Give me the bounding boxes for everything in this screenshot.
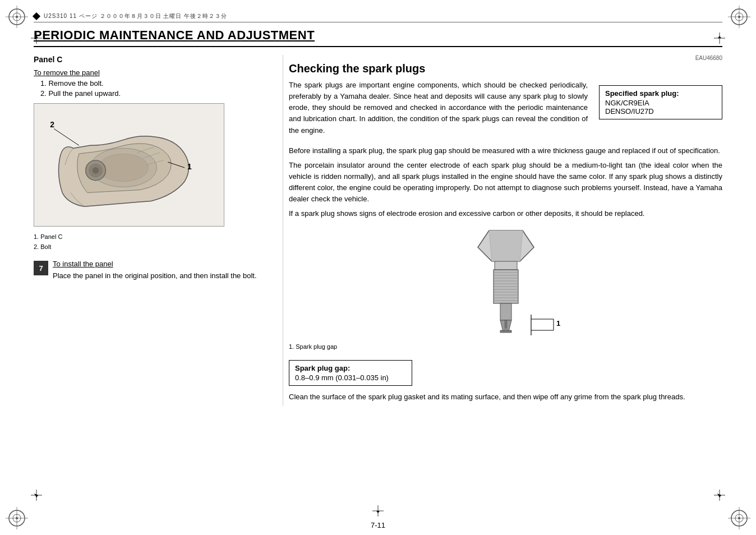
step-7-content: To install the panel Place the panel in …: [53, 260, 269, 285]
corner-mark-tl: [6, 6, 28, 28]
svg-point-34: [99, 154, 149, 182]
specified-box-line2: DENSO/IU27D: [605, 107, 716, 116]
svg-rect-64: [500, 330, 511, 333]
specified-box-line1: NGK/CR9EIA: [605, 99, 716, 107]
spark-section-title: Checking the spark plugs: [289, 62, 722, 75]
svg-text:1: 1: [187, 162, 192, 171]
left-column: Panel C To remove the panel 1. Remove th…: [34, 55, 269, 285]
svg-rect-65: [505, 328, 507, 330]
remove-step-1: 1. Remove the bolt.: [40, 79, 269, 87]
eau-code: EAU46680: [289, 55, 722, 61]
gap-box-value: 0.8–0.9 mm (0.031–0.035 in): [295, 373, 406, 382]
diagram-caption-2: 2. Bolt: [34, 242, 269, 252]
header-bar: U2S310 11 ページ ２０００年８月３０日 土曜日 午後２時２３分: [34, 12, 722, 22]
svg-point-37: [93, 167, 99, 174]
gap-box-title: Spark plug gap:: [295, 364, 406, 372]
right-column: EAU46680 Checking the spark plugs The sp…: [283, 55, 722, 406]
spark-plug-diagram: 1: [433, 228, 579, 340]
spark-para-3: If a spark plug shows signs of electrode…: [289, 208, 722, 219]
page-number: 7-11: [371, 521, 385, 529]
before-install-text: Before installing a spark plug, the spar…: [289, 145, 722, 156]
header-japanese-text: U2S310 11 ページ ２０００年８月３０日 土曜日 午後２時２３分: [44, 12, 227, 20]
step-7-badge: 7: [34, 261, 48, 275]
remove-steps-list: 1. Remove the bolt. 2. Pull the panel up…: [34, 79, 269, 98]
remove-panel-heading: To remove the panel: [34, 68, 269, 77]
clean-text: Clean the surface of the spark plug gask…: [289, 391, 722, 403]
svg-rect-49: [495, 261, 517, 270]
svg-text:1: 1: [556, 319, 560, 328]
diagram-caption-1: 1. Panel C: [34, 232, 269, 242]
content-columns: Panel C To remove the panel 1. Remove th…: [34, 55, 722, 406]
spark-para-1: The spark plugs are important engine com…: [289, 80, 588, 136]
svg-marker-46: [489, 230, 523, 261]
corner-mark-bl: [6, 507, 28, 529]
corner-mark-br: [728, 507, 750, 529]
main-content: PERIODIC MAINTENANCE AND ADJUSTMENT Pane…: [34, 28, 722, 513]
remove-step-2: 2. Pull the panel upward.: [40, 89, 269, 98]
page-title: PERIODIC MAINTENANCE AND ADJUSTMENT: [34, 28, 722, 47]
step-7-box: 7 To install the panel Place the panel i…: [34, 260, 269, 285]
panel-c-title: Panel C: [34, 55, 269, 64]
svg-marker-73: [376, 511, 380, 513]
svg-text:2: 2: [50, 120, 54, 129]
diagram-captions: 1. Panel C 2. Bolt: [34, 232, 269, 252]
install-panel-heading: To install the panel: [53, 260, 269, 268]
spark-diagram-caption: 1. Spark plug gap: [289, 343, 722, 350]
specified-box-title: Specified spark plug:: [605, 89, 716, 98]
header-diamond: [33, 12, 40, 20]
install-panel-text: Place the panel in the original position…: [53, 270, 269, 282]
specified-spark-box: Specified spark plug: NGK/CR9EIA DENSO/I…: [599, 85, 722, 119]
spark-para-2: The porcelain insulator around the cente…: [289, 160, 722, 205]
spark-gap-box: Spark plug gap: 0.8–0.9 mm (0.031–0.035 …: [289, 360, 412, 386]
bottom-crosshair: [372, 505, 384, 518]
corner-mark-tr: [728, 6, 750, 28]
panel-diagram: 1 2: [34, 103, 224, 227]
svg-rect-62: [500, 303, 511, 320]
